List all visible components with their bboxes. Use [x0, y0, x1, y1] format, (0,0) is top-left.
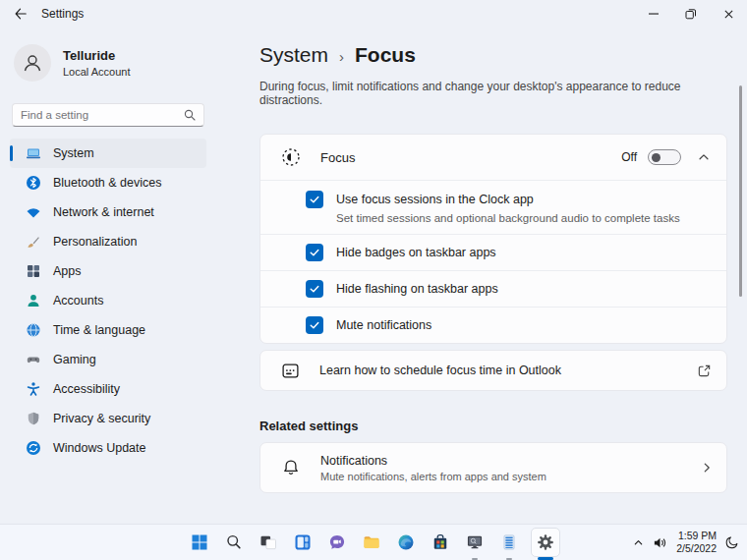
close-icon: [723, 9, 734, 20]
chevron-right-icon: [700, 461, 714, 475]
outlook-link-label: Learn how to schedule focus time in Outl…: [319, 364, 697, 377]
monitor-app-button[interactable]: [462, 530, 488, 555]
sidebar-item-label: Accounts: [53, 294, 103, 308]
focus-label: Focus: [320, 150, 621, 165]
sidebar-item-label: Apps: [53, 264, 82, 278]
breadcrumb: System › Focus: [259, 43, 727, 67]
restore-icon: [685, 8, 697, 20]
breadcrumb-separator: ›: [339, 48, 344, 65]
sidebar-item-network-internet[interactable]: Network & internet: [10, 197, 206, 227]
sidebar-item-label: Personalization: [53, 235, 137, 249]
sidebar: Telluride Local Account System Bluetooth…: [0, 28, 246, 524]
person-icon: [21, 51, 44, 75]
sidebar-item-time-language[interactable]: Time & language: [10, 315, 206, 345]
tray-date: 2/5/2022: [676, 542, 717, 555]
focus-header-row[interactable]: Focus Off: [260, 135, 726, 180]
store-button[interactable]: [428, 530, 453, 555]
back-arrow-icon: [14, 7, 28, 21]
page-title: Focus: [355, 43, 416, 67]
accounts-person-icon: [26, 293, 41, 308]
scrollbar[interactable]: [739, 85, 742, 297]
sidebar-item-apps[interactable]: Apps: [10, 256, 206, 286]
outlook-link-card[interactable]: Learn how to schedule focus time in Outl…: [259, 350, 727, 391]
search-box[interactable]: [12, 103, 204, 127]
notifications-description: Mute notifications, alerts from apps and…: [320, 471, 700, 482]
task-view-button[interactable]: [256, 530, 281, 555]
focus-card: Focus Off Use focus sessions in the Cloc…: [259, 134, 727, 344]
checkbox-checked[interactable]: [306, 316, 323, 334]
edge-icon: [396, 532, 416, 552]
taskbar-search-button[interactable]: [221, 530, 247, 555]
checkbox-checked[interactable]: [306, 244, 323, 261]
sidebar-item-label: System: [53, 146, 94, 160]
option-row-hide-flashing[interactable]: Hide flashing on taskbar apps: [260, 270, 726, 307]
monitor-app-icon: [465, 532, 485, 552]
checkbox-checked[interactable]: [306, 280, 323, 298]
start-button[interactable]: [187, 530, 212, 555]
chevron-up-icon[interactable]: [697, 150, 711, 164]
breadcrumb-system-link[interactable]: System: [259, 43, 328, 67]
sidebar-item-personalization[interactable]: Personalization: [10, 227, 206, 256]
file-explorer-button[interactable]: [359, 530, 384, 555]
notifications-card[interactable]: Notifications Mute notifications, alerts…: [259, 442, 727, 493]
option-label: Hide flashing on taskbar apps: [336, 280, 498, 298]
notes-app-button[interactable]: [496, 530, 522, 555]
sidebar-item-label: Network & internet: [53, 205, 154, 219]
settings-app-button[interactable]: [531, 528, 560, 557]
option-row-mute-notifications[interactable]: Mute notifications: [260, 307, 726, 343]
back-button[interactable]: [0, 0, 41, 28]
calendar-icon: [281, 362, 300, 380]
windows-logo-icon: [190, 532, 209, 552]
bell-icon: [281, 458, 301, 477]
sidebar-item-system[interactable]: System: [10, 139, 206, 168]
focus-icon: [281, 147, 301, 167]
shield-icon: [26, 411, 41, 426]
close-button[interactable]: [710, 0, 747, 28]
checkmark-icon: [309, 194, 320, 205]
option-row-focus-sessions[interactable]: Use focus sessions in the Clock app Set …: [260, 180, 726, 234]
focus-assist-moon-icon[interactable]: [725, 535, 739, 549]
sidebar-item-label: Gaming: [53, 353, 96, 366]
sidebar-nav: System Bluetooth & devices Network & int…: [10, 139, 206, 463]
taskbar-apps: [187, 525, 560, 560]
minimize-button[interactable]: [635, 0, 672, 28]
bluetooth-icon: [26, 175, 41, 191]
sidebar-item-label: Accessibility: [53, 382, 120, 396]
external-link-icon: [697, 364, 712, 378]
toggle-state-label: Off: [621, 150, 637, 164]
option-row-hide-badges[interactable]: Hide badges on taskbar apps: [260, 234, 726, 270]
user-account-type: Local Account: [63, 66, 131, 78]
sidebar-item-accessibility[interactable]: Accessibility: [10, 374, 206, 404]
widgets-button[interactable]: [290, 530, 316, 555]
sidebar-item-windows-update[interactable]: Windows Update: [10, 433, 206, 463]
speaker-icon[interactable]: [653, 535, 667, 550]
chat-button[interactable]: [324, 530, 350, 555]
search-input[interactable]: [21, 109, 184, 121]
folder-icon: [362, 532, 381, 552]
checkbox-checked[interactable]: [306, 191, 323, 208]
system-icon: [26, 145, 41, 161]
window-controls: [635, 0, 747, 28]
sidebar-item-gaming[interactable]: Gaming: [10, 345, 206, 374]
update-icon: [26, 440, 41, 456]
option-label: Hide badges on taskbar apps: [336, 244, 496, 261]
chat-icon: [327, 532, 347, 552]
sidebar-item-privacy-security[interactable]: Privacy & security: [10, 404, 206, 433]
focus-toggle[interactable]: [648, 149, 681, 165]
window-title: Settings: [41, 7, 84, 21]
user-profile[interactable]: Telluride Local Account: [14, 44, 131, 82]
restore-button[interactable]: [672, 0, 710, 28]
user-name: Telluride: [63, 48, 131, 63]
sidebar-item-accounts[interactable]: Accounts: [10, 286, 206, 315]
edge-button[interactable]: [393, 530, 419, 555]
apps-grid-icon: [26, 263, 41, 279]
main-content: System › Focus During focus, limit notif…: [259, 28, 727, 555]
task-view-icon: [259, 532, 278, 552]
option-label: Mute notifications: [336, 316, 431, 334]
sidebar-item-bluetooth-devices[interactable]: Bluetooth & devices: [10, 168, 206, 197]
globe-icon: [26, 322, 41, 338]
tray-time: 1:59 PM: [676, 530, 717, 542]
clock[interactable]: 1:59 PM 2/5/2022: [676, 530, 717, 555]
tray-chevron-up-icon[interactable]: [633, 537, 644, 548]
widgets-icon: [293, 532, 313, 552]
